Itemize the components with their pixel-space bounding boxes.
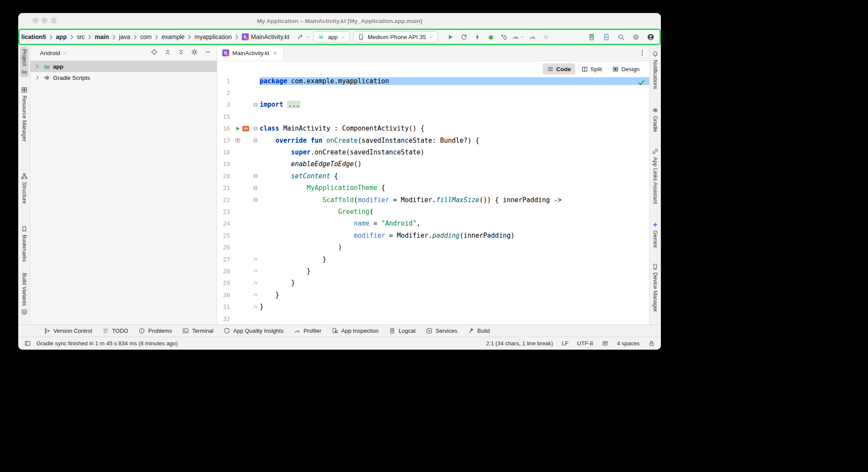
code-line-31[interactable]: 31} xyxy=(217,301,649,312)
fold-end-icon[interactable] xyxy=(253,281,258,285)
encoding-widget[interactable]: UTF-8 xyxy=(577,340,593,347)
fold-end-icon[interactable] xyxy=(253,257,258,262)
breadcrumb-lication5[interactable]: lication5 xyxy=(21,33,46,41)
tree-item-gradle-scripts[interactable]: Gradle Scripts xyxy=(30,72,217,83)
tool-window-todo[interactable]: TODO xyxy=(98,326,133,336)
profiler-button[interactable] xyxy=(512,31,525,43)
breadcrumb-main[interactable]: main xyxy=(94,33,109,41)
panel-settings-button[interactable] xyxy=(191,49,198,57)
stripe-item-app-links-assistant[interactable]: App Links Assistant xyxy=(651,146,660,206)
zoom-window-button[interactable] xyxy=(51,18,56,23)
minimize-window-button[interactable] xyxy=(42,18,47,23)
breadcrumb-app[interactable]: app xyxy=(56,33,67,41)
code-line-29[interactable]: 29 } xyxy=(217,277,649,289)
indent-widget[interactable]: 4 spaces xyxy=(617,340,640,347)
fold-end-icon[interactable] xyxy=(253,269,258,273)
apply-code-changes-button[interactable] xyxy=(472,31,483,43)
debug-button[interactable] xyxy=(485,31,496,43)
hide-panel-button[interactable] xyxy=(205,49,211,57)
compose-gutter-icon[interactable]: <> xyxy=(242,126,249,131)
code-line-15[interactable]: 15 xyxy=(217,111,649,122)
close-window-button[interactable] xyxy=(33,18,38,23)
code-line-18[interactable]: 18 super.onCreate(savedInstanceState) xyxy=(217,146,649,158)
breadcrumb-java[interactable]: java xyxy=(119,33,131,41)
fold-open-icon[interactable] xyxy=(253,102,258,107)
tree-item-app[interactable]: app xyxy=(30,61,217,72)
tool-window-profiler[interactable]: Profiler xyxy=(289,326,326,336)
code-line-32[interactable]: 32 xyxy=(217,313,649,324)
code-line-25[interactable]: 25 modifier = Modifier.padding(innerPadd… xyxy=(217,229,649,241)
tool-window-app-quality-insights[interactable]: App Quality Insights xyxy=(219,326,288,336)
code-line-24[interactable]: 24 name = "Android", xyxy=(217,218,649,229)
tool-window-version-control[interactable]: Version Control xyxy=(39,326,97,336)
breadcrumb-myapplication[interactable]: myapplication xyxy=(194,33,232,41)
fold-end-icon[interactable] xyxy=(253,292,258,297)
stripe-item-device-manager[interactable]: Device Manager xyxy=(651,261,660,314)
status-widget-icon[interactable] xyxy=(602,340,608,347)
tool-window-build[interactable]: Build xyxy=(463,326,495,336)
stripe-item-resource-manager[interactable]: Resource Manager xyxy=(20,84,29,144)
inspections-ok-icon[interactable] xyxy=(637,79,645,86)
run-configuration-selector[interactable]: app xyxy=(313,31,350,43)
stripe-item-project[interactable]: Project xyxy=(20,47,29,77)
device-mirroring-button[interactable] xyxy=(586,31,597,43)
editor-tab-mainactivity[interactable]: K MainActivity.kt xyxy=(217,45,284,61)
stripe-item-gradle[interactable]: Gradle xyxy=(651,105,660,134)
line-separator-widget[interactable]: LF xyxy=(562,340,568,347)
device-selector[interactable]: Medium Phone API 35 xyxy=(353,31,438,43)
code-line-1[interactable]: 1package com.example.myapplication xyxy=(217,75,649,87)
code-line-19[interactable]: 19 enableEdgeToEdge() xyxy=(217,158,649,170)
code-line-27[interactable]: 27 } xyxy=(217,253,649,265)
code-line-21[interactable]: 21 MyApplicationTheme { xyxy=(217,182,649,194)
run-gutter-icon[interactable] xyxy=(234,125,241,132)
search-button[interactable] xyxy=(615,31,627,43)
profile-low-overhead-button[interactable] xyxy=(527,31,538,43)
breadcrumb-src[interactable]: src xyxy=(76,33,86,41)
profile-avatar-button[interactable] xyxy=(645,31,656,43)
readonly-lock-icon[interactable] xyxy=(648,340,655,347)
tool-window-problems[interactable]: Problems xyxy=(134,326,177,336)
run-button[interactable] xyxy=(445,31,456,43)
breadcrumb-mainactivity-kt[interactable]: KMainActivity.kt xyxy=(241,33,290,41)
code-line-20[interactable]: 20 setContent { xyxy=(217,170,649,182)
running-devices-button[interactable] xyxy=(601,31,612,43)
code-line-23[interactable]: 23 Greeting( xyxy=(217,206,649,217)
stripe-item-build-variants[interactable]: Build Variants xyxy=(20,271,29,317)
code-line-3[interactable]: 3import ... xyxy=(217,99,649,111)
code-line-16[interactable]: 16<>class MainActivity : ComponentActivi… xyxy=(217,123,649,134)
fold-open-icon[interactable] xyxy=(253,126,258,131)
collapse-all-button[interactable] xyxy=(164,49,171,57)
editor-options-kebab-icon[interactable] xyxy=(639,49,646,56)
tool-window-services[interactable]: Services xyxy=(421,326,462,336)
close-tab-icon[interactable] xyxy=(272,50,278,56)
fold-open-icon[interactable] xyxy=(253,186,258,190)
mode-split-button[interactable]: Split xyxy=(577,63,606,75)
code-line-22[interactable]: 22 Scaffold(modifier = Modifier.fillMaxS… xyxy=(217,194,649,206)
locate-button[interactable] xyxy=(151,49,158,57)
mode-design-button[interactable]: Design xyxy=(608,63,644,75)
code-line-28[interactable]: 28 } xyxy=(217,265,649,277)
breadcrumb-com[interactable]: com xyxy=(140,33,152,41)
override-gutter-icon[interactable] xyxy=(234,137,241,144)
tool-window-app-inspection[interactable]: App Inspection xyxy=(327,326,383,336)
breadcrumb-example[interactable]: example xyxy=(161,33,185,41)
caret-position-widget[interactable]: 2:1 (34 chars, 1 line break) xyxy=(486,340,553,347)
code-line-26[interactable]: 26 ) xyxy=(217,241,649,253)
apply-changes-button[interactable] xyxy=(458,31,469,43)
code-line-17[interactable]: 17 override fun onCreate(savedInstanceSt… xyxy=(217,134,649,146)
stop-button[interactable] xyxy=(540,31,551,43)
settings-button[interactable] xyxy=(630,31,641,43)
tool-window-terminal[interactable]: Terminal xyxy=(178,326,218,336)
tool-window-logcat[interactable]: Logcat xyxy=(384,326,420,336)
mode-code-button[interactable]: Code xyxy=(543,63,575,75)
stripe-item-structure[interactable]: Structure xyxy=(20,170,29,206)
stripe-item-gemini[interactable]: Gemini xyxy=(651,219,660,250)
fold-end-icon[interactable] xyxy=(253,305,258,309)
project-view-selector[interactable]: Android xyxy=(40,50,67,56)
tool-windows-toggle-icon[interactable] xyxy=(24,340,31,347)
fold-open-icon[interactable] xyxy=(253,197,258,202)
code-line-2[interactable]: 2 xyxy=(217,87,649,98)
code-line-30[interactable]: 30 } xyxy=(217,289,649,301)
vcs-update-widget[interactable] xyxy=(297,33,310,41)
stripe-item-bookmarks[interactable]: Bookmarks xyxy=(20,223,29,264)
